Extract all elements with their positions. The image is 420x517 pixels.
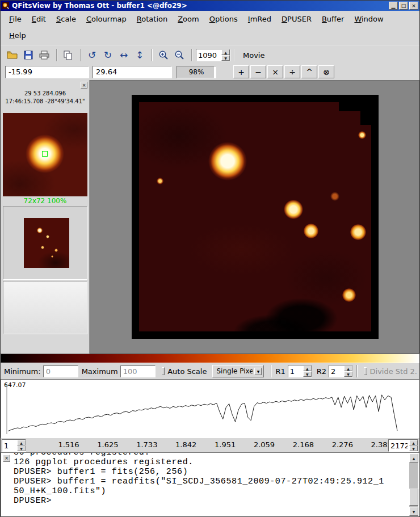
menu-window[interactable]: Window xyxy=(349,12,388,26)
end-channel-down-icon[interactable]: ▼ xyxy=(409,445,418,451)
rotate-ccw-icon: ↺ xyxy=(88,49,96,61)
scroll-down-icon[interactable]: ▼ xyxy=(409,507,418,516)
terminal-close-button[interactable]: × xyxy=(3,455,10,462)
terminal-line: DPUSER> xyxy=(14,496,408,506)
scrollbar-thumb[interactable] xyxy=(409,489,418,506)
r2-spin-down-icon[interactable]: ▼ xyxy=(344,371,352,377)
dpuser-terminal[interactable]: × 86 procedures registered.126 pgplot pr… xyxy=(1,452,419,516)
open-file-button[interactable] xyxy=(5,48,20,62)
op-power-button[interactable]: ^ xyxy=(301,65,317,78)
frame-spin-up-icon[interactable]: ▲ xyxy=(221,49,230,55)
zoom-info-label: 72x72 100% xyxy=(1,197,90,205)
r2-label: R2 xyxy=(317,367,326,376)
menu-edit[interactable]: Edit xyxy=(27,12,51,26)
menu-imred[interactable]: ImRed xyxy=(243,12,276,26)
auto-scale-label: Auto Scale xyxy=(167,367,207,376)
close-button[interactable]: × xyxy=(409,2,418,10)
scroll-up-icon[interactable]: ▲ xyxy=(409,453,418,463)
flip-horizontal-button[interactable]: ↔ xyxy=(116,48,131,62)
spectrum-plot-panel[interactable]: 647.07 xyxy=(1,379,419,438)
terminal-line: 86 procedures registered. xyxy=(14,452,408,457)
menu-row-1: FileEditScaleColourmapRotationZoomOption… xyxy=(1,11,419,27)
image-min-field[interactable] xyxy=(5,66,89,78)
arithmetic-buttons: +−×÷^⊗ xyxy=(233,65,335,78)
save-file-button[interactable] xyxy=(21,48,36,62)
end-channel-up-icon[interactable]: ▲ xyxy=(409,440,418,445)
maximize-button[interactable]: □ xyxy=(399,2,408,10)
menu-help[interactable]: Help xyxy=(4,29,31,42)
op-divide-button[interactable]: ÷ xyxy=(284,65,300,78)
zoom-out-icon xyxy=(174,50,184,60)
divide-std-label: Divide Std 2. xyxy=(370,367,417,376)
menu-scale[interactable]: Scale xyxy=(51,12,81,26)
start-channel-input[interactable] xyxy=(2,440,17,451)
menu-options[interactable]: Options xyxy=(204,12,243,26)
menu-file[interactable]: File xyxy=(4,12,27,26)
app-icon xyxy=(2,2,10,10)
print-button[interactable] xyxy=(37,48,52,62)
dropdown-arrow-icon: ▼ xyxy=(254,368,262,375)
maximum-field[interactable] xyxy=(120,365,156,377)
movie-button[interactable]: Movie xyxy=(243,51,264,60)
r1-label: R1 xyxy=(275,367,285,376)
overview-thumbnail[interactable] xyxy=(24,218,69,268)
terminal-line: 126 pgplot procedures registered. xyxy=(14,457,408,467)
content-area: × 29 53 284.096 17:46:15.708 -28°49'34.4… xyxy=(1,80,419,354)
menu-zoom[interactable]: Zoom xyxy=(173,12,204,26)
zoom-in-icon xyxy=(158,50,169,60)
toolbar-separator xyxy=(234,49,235,61)
controls-separator xyxy=(271,365,272,377)
menu-row-2: Help xyxy=(1,27,419,44)
auto-scale-checkbox[interactable] xyxy=(162,367,165,375)
flip-vertical-button[interactable]: ↕ xyxy=(132,48,147,62)
op-combine-button[interactable]: ⊗ xyxy=(318,65,334,78)
rotate-ccw-button[interactable]: ↺ xyxy=(85,48,99,62)
rotate-cw-button[interactable]: ↻ xyxy=(100,48,115,62)
r1-spinbox-input[interactable] xyxy=(288,365,303,377)
minimize-button[interactable]: ▁ xyxy=(389,2,398,10)
zoom-percent-label: 98% xyxy=(189,68,204,76)
copy-button[interactable] xyxy=(61,48,75,62)
terminal-scrollbar[interactable]: ▲ ▼ xyxy=(409,453,418,516)
x-tick-label: 1.516 xyxy=(58,440,79,449)
printer-icon xyxy=(39,51,49,60)
title-bar[interactable]: QFitsView by Thomas Ott - buffer1 <@dfo2… xyxy=(1,1,419,11)
op-add-button[interactable]: + xyxy=(233,65,249,78)
zoom-thumbnail[interactable] xyxy=(3,113,87,196)
op-subtract-button[interactable]: − xyxy=(250,65,266,78)
start-channel-down-icon[interactable]: ▼ xyxy=(17,445,26,451)
zoom-in-button[interactable] xyxy=(156,48,171,62)
r2-spinbox-input[interactable] xyxy=(329,365,344,377)
frame-spinbox-input[interactable] xyxy=(196,49,221,61)
image-corner-notch xyxy=(360,102,371,125)
menu-buffer[interactable]: Buffer xyxy=(317,12,349,26)
r1-spin-down-icon[interactable]: ▼ xyxy=(303,371,312,377)
zoom-out-button[interactable] xyxy=(172,48,187,62)
end-channel-input[interactable] xyxy=(389,440,409,451)
controls-separator xyxy=(356,365,358,377)
r1-spinbox: ▲ ▼ xyxy=(288,365,312,377)
colormap-bar[interactable] xyxy=(1,354,419,363)
menu-rotation[interactable]: Rotation xyxy=(132,12,173,26)
minimum-field[interactable] xyxy=(43,365,78,377)
copy-icon xyxy=(64,51,73,60)
start-channel-up-icon[interactable]: ▲ xyxy=(17,440,26,445)
op-multiply-button[interactable]: × xyxy=(267,65,283,78)
menu-colourmap[interactable]: Colourmap xyxy=(81,12,132,26)
pixel-mode-dropdown[interactable]: Single Pixel ▼ xyxy=(212,365,264,377)
x-tick-label: 2.276 xyxy=(332,440,353,449)
r1-spin-up-icon[interactable]: ▲ xyxy=(303,365,312,371)
fits-image[interactable] xyxy=(139,102,371,331)
fits-image-frame xyxy=(132,95,379,339)
toolbar-separator xyxy=(56,49,57,61)
image-max-field[interactable] xyxy=(93,66,172,78)
image-viewport[interactable] xyxy=(90,80,419,354)
menu-dpuser[interactable]: DPUSER xyxy=(276,12,317,26)
sidebar-close-button[interactable]: × xyxy=(81,82,87,89)
r2-spin-up-icon[interactable]: ▲ xyxy=(344,365,352,371)
maximum-label: Maximum xyxy=(82,367,118,376)
sidebar-panel: × 29 53 284.096 17:46:15.708 -28°49'34.4… xyxy=(1,80,90,354)
frame-spin-down-icon[interactable]: ▼ xyxy=(221,55,230,61)
wcs-coords-value: 17:46:15.708 -28°49'34.41" xyxy=(1,98,90,106)
divide-std-checkbox[interactable] xyxy=(364,367,367,375)
